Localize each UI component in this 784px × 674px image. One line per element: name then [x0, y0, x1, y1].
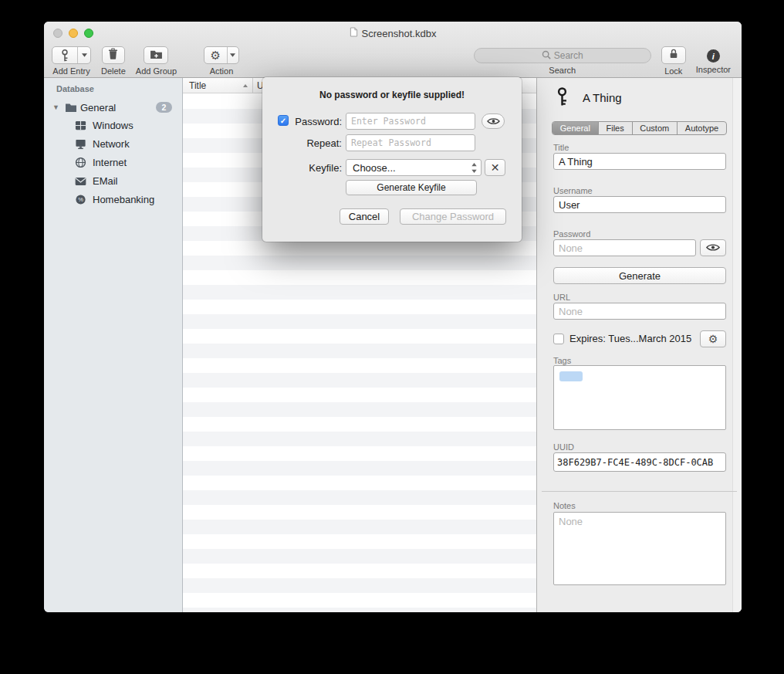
- windows-icon: [75, 120, 86, 131]
- search-label: Search: [549, 66, 576, 75]
- section-divider: [542, 491, 737, 492]
- title-field-label: Title: [553, 143, 569, 152]
- generate-password-button[interactable]: Generate: [553, 267, 726, 284]
- inspector-toggle-button[interactable]: i: [707, 49, 720, 63]
- clear-keyfile-button[interactable]: ✕: [485, 159, 505, 176]
- expires-settings-button[interactable]: ⚙: [700, 330, 726, 347]
- action-label: Action: [210, 66, 234, 76]
- dialog-repeat-input[interactable]: [346, 134, 475, 151]
- window-chrome: Screenshot.kdbx Add Entry: [44, 22, 742, 78]
- toolbar: Add Entry Delete Add Group: [44, 45, 742, 77]
- dialog-reveal-password-button[interactable]: [482, 113, 505, 129]
- username-field[interactable]: [553, 196, 726, 213]
- expires-checkbox[interactable]: [553, 334, 564, 344]
- search-input[interactable]: Search: [474, 48, 651, 63]
- tab-general[interactable]: General: [553, 122, 599, 134]
- sidebar-item-network[interactable]: Network: [44, 134, 182, 153]
- chevron-down-icon: [227, 47, 238, 63]
- action-button[interactable]: ⚙: [204, 46, 239, 64]
- add-group-button[interactable]: [144, 46, 168, 64]
- key-icon: [52, 47, 77, 63]
- sidebar-item-email[interactable]: EMail: [44, 171, 182, 190]
- window-title-area: Screenshot.kdbx: [44, 22, 742, 45]
- tab-files[interactable]: Files: [599, 122, 633, 134]
- add-entry-label: Add Entry: [52, 66, 90, 76]
- notes-field[interactable]: [553, 512, 726, 585]
- check-icon: ✓: [280, 117, 286, 125]
- chevron-down-icon: [77, 47, 90, 63]
- sidebar-item-label: Homebanking: [93, 194, 154, 205]
- column-header-title[interactable]: Title: [183, 78, 253, 93]
- tab-custom[interactable]: Custom: [633, 122, 678, 134]
- tags-box[interactable]: [553, 365, 726, 430]
- uuid-field-label: UUID: [553, 442, 574, 452]
- tags-field-label: Tags: [553, 356, 571, 365]
- sidebar-group-label: General: [80, 102, 116, 113]
- tab-autotype[interactable]: Autotype: [678, 122, 726, 134]
- dialog-password-label: Password:: [290, 116, 342, 127]
- sidebar-item-homebanking[interactable]: % Homebanking: [44, 190, 182, 208]
- network-icon: [75, 138, 86, 150]
- sidebar-item-label: Internet: [93, 157, 127, 168]
- title-field[interactable]: [553, 153, 726, 170]
- dialog-keyfile-label: Keyfile:: [290, 162, 342, 174]
- url-field[interactable]: [553, 303, 726, 320]
- column-title-label: Title: [189, 80, 206, 91]
- change-password-button[interactable]: Change Password: [400, 208, 506, 225]
- search-icon: [542, 50, 551, 62]
- search-placeholder: Search: [554, 50, 583, 61]
- count-badge: 2: [156, 102, 172, 113]
- svg-text:%: %: [78, 196, 83, 203]
- expires-label: Expires: Tues...March 2015: [569, 333, 691, 344]
- sidebar-item-internet[interactable]: Internet: [44, 153, 182, 171]
- add-entry-button[interactable]: [52, 46, 91, 64]
- sidebar-group-general[interactable]: ▼ General 2: [44, 99, 182, 116]
- change-password-dialog: No password or keyfile supplied! ✓ Passw…: [262, 77, 522, 242]
- cancel-label: Cancel: [349, 211, 380, 222]
- add-group-label: Add Group: [136, 66, 177, 76]
- generate-label: Generate: [619, 270, 661, 282]
- generate-keyfile-button[interactable]: Generate Keyfile: [346, 180, 477, 195]
- inspector-label: Inspector: [696, 65, 731, 74]
- change-password-label: Change Password: [412, 211, 494, 222]
- password-checkbox[interactable]: ✓: [278, 115, 289, 126]
- keyfile-dropdown[interactable]: Choose...: [346, 159, 482, 176]
- notes-field-label: Notes: [553, 501, 576, 510]
- homebanking-icon: %: [75, 194, 86, 205]
- folder-icon: [65, 102, 77, 113]
- disclosure-triangle-icon[interactable]: ▼: [52, 103, 59, 111]
- reveal-password-button[interactable]: [700, 239, 726, 256]
- entry-title: A Thing: [583, 91, 622, 104]
- gear-icon: ⚙: [204, 47, 227, 63]
- gear-icon: ⚙: [708, 334, 718, 344]
- info-icon: i: [712, 52, 715, 61]
- dialog-repeat-label: Repeat:: [290, 137, 342, 149]
- sidebar-header: Database: [56, 84, 94, 93]
- uuid-field[interactable]: [553, 452, 726, 472]
- sidebar: Database ▼ General 2 Windows Networ: [44, 78, 183, 612]
- delete-label: Delete: [101, 66, 126, 76]
- eye-icon: [487, 116, 500, 127]
- keyfile-value: Choose...: [353, 162, 396, 174]
- lock-button[interactable]: [661, 46, 686, 64]
- scrollbar-track[interactable]: [732, 78, 742, 612]
- delete-button[interactable]: [102, 46, 125, 64]
- cancel-button[interactable]: Cancel: [340, 208, 389, 225]
- titlebar: Screenshot.kdbx: [44, 22, 742, 45]
- eye-icon: [706, 242, 720, 254]
- inspector-panel: A Thing General Files Custom Autotype Ti…: [536, 78, 742, 612]
- stepper-icon: [471, 162, 478, 176]
- app-window: Screenshot.kdbx Add Entry: [44, 22, 742, 612]
- lock-label: Lock: [664, 66, 682, 76]
- sidebar-item-windows[interactable]: Windows: [44, 116, 182, 134]
- dialog-password-input[interactable]: [346, 113, 475, 130]
- password-field[interactable]: [553, 239, 696, 256]
- envelope-icon: [75, 175, 86, 187]
- close-x-icon: ✕: [491, 162, 500, 173]
- sort-ascending-icon: [243, 84, 248, 87]
- url-field-label: URL: [553, 293, 570, 302]
- sidebar-item-label: EMail: [93, 175, 118, 187]
- sidebar-item-label: Network: [93, 138, 130, 150]
- password-field-label: Password: [553, 229, 590, 239]
- tag-pill[interactable]: [559, 371, 583, 381]
